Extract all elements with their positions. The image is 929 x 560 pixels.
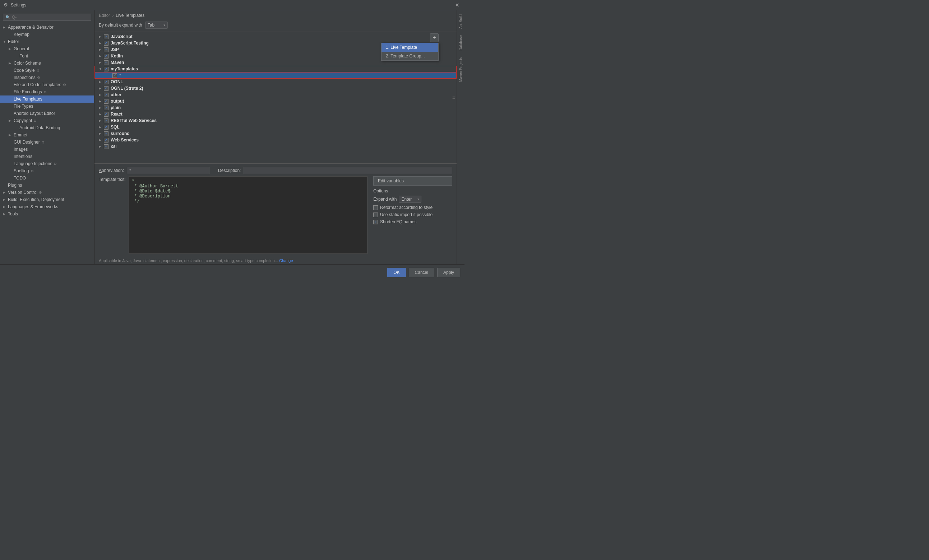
sidebar-item-todo[interactable]: TODO xyxy=(0,174,94,182)
expand-with-select[interactable]: Enter Tab Space xyxy=(399,196,422,203)
kotlin-checkbox[interactable]: ✓ xyxy=(104,54,109,58)
abbreviation-input[interactable] xyxy=(127,167,209,174)
options-panel: Options Expand with Enter Tab Space xyxy=(373,188,452,224)
sidebar-item-livetemplates[interactable]: Live Templates xyxy=(0,95,94,103)
tree-item-other[interactable]: ▶✓other xyxy=(95,92,457,98)
sidebar-item-androiddatabinding[interactable]: Android Data Binding xyxy=(0,124,94,132)
sidebar-item-languages[interactable]: ▶Languages & Frameworks xyxy=(0,203,94,210)
maven-tab[interactable]: Maven Projects xyxy=(458,54,463,85)
sidebar-item-filetypes[interactable]: File Types xyxy=(0,103,94,110)
search-box[interactable]: 🔍 xyxy=(3,14,91,21)
sidebar-item-plugins[interactable]: Plugins xyxy=(0,182,94,189)
database-tab[interactable]: Database xyxy=(458,32,463,54)
change-link[interactable]: Change xyxy=(279,259,293,263)
react-tree-label: React xyxy=(110,112,123,117)
sql-checkbox[interactable]: ✓ xyxy=(104,125,109,130)
general-arrow: ▶ xyxy=(9,47,13,50)
search-input[interactable] xyxy=(12,15,89,20)
sidebar-item-editor[interactable]: ▼Editor xyxy=(0,38,94,45)
webservices-checkbox[interactable]: ✓ xyxy=(104,138,109,142)
sidebar-item-guidesigner[interactable]: GUI Designer⚙ xyxy=(0,139,94,146)
ok-button[interactable]: OK xyxy=(387,268,406,277)
plain-checkbox[interactable]: ✓ xyxy=(104,106,109,110)
sidebar-item-versioncontrol[interactable]: ▶Version Control⚙ xyxy=(0,189,94,196)
xsl-checkbox[interactable]: ✓ xyxy=(104,144,109,149)
jsp-checkbox[interactable]: ✓ xyxy=(104,47,109,52)
tree-item-xsl[interactable]: ▶✓xsl xyxy=(95,143,457,150)
ognl-checkbox[interactable]: ✓ xyxy=(104,80,109,84)
sidebar-item-keymap[interactable]: Keymap xyxy=(0,31,94,38)
javascript-checkbox[interactable]: ✓ xyxy=(104,34,109,39)
restful-checkbox[interactable]: ✓ xyxy=(104,118,109,123)
mytemplates-checkbox[interactable]: ✓ xyxy=(104,67,109,72)
surround-checkbox[interactable]: ✓ xyxy=(104,132,109,136)
sidebar-item-colorscheme[interactable]: ▶Color Scheme xyxy=(0,60,94,67)
staticimport-checkbox-row[interactable]: Use static import if possible xyxy=(373,212,452,217)
add-template-group[interactable]: 2. Template Group... xyxy=(382,52,438,60)
sidebar-item-appearance[interactable]: ▶Appearance & Behavior xyxy=(0,24,94,31)
tree-item-webservices[interactable]: ▶✓Web Services xyxy=(95,137,457,143)
other-tree-label: other xyxy=(110,92,121,97)
ognlstruts-checkbox[interactable]: ✓ xyxy=(104,86,109,91)
sidebar-item-intentions[interactable]: Intentions xyxy=(0,153,94,160)
emmet-arrow: ▶ xyxy=(9,133,13,137)
expand-with-select-wrapper[interactable]: Enter Tab Space xyxy=(399,196,422,203)
output-checkbox[interactable]: ✓ xyxy=(104,99,109,104)
tree-item-star[interactable]: ✓* xyxy=(95,72,457,79)
other-checkbox[interactable]: ✓ xyxy=(104,93,109,97)
reformat-checkbox-row[interactable]: Reformat according to style xyxy=(373,205,452,210)
add-button[interactable]: + xyxy=(430,34,438,42)
languageinjections-badge: ⚙ xyxy=(54,162,57,166)
ant-build-tab[interactable]: Ant Build xyxy=(458,11,463,32)
tree-item-output[interactable]: ▶✓output xyxy=(95,98,457,104)
sidebar-item-images[interactable]: Images xyxy=(0,146,94,153)
javascripttesting-tree-arrow: ▶ xyxy=(99,41,103,45)
sidebar-item-copyright[interactable]: ▶Copyright⚙ xyxy=(0,117,94,124)
description-input[interactable] xyxy=(244,167,452,174)
javascripttesting-checkbox[interactable]: ✓ xyxy=(104,41,109,46)
sidebar-item-fileencodings[interactable]: File Encodings⚙ xyxy=(0,88,94,95)
maven-checkbox[interactable]: ✓ xyxy=(104,60,109,65)
versioncontrol-label: Version Control xyxy=(8,190,37,195)
expand-select-wrapper[interactable]: Tab Enter Space xyxy=(145,21,168,29)
tree-item-ognlstruts[interactable]: ▶✓OGNL (Struts 2) xyxy=(95,85,457,92)
spelling-label: Spelling xyxy=(14,168,29,173)
cancel-button[interactable]: Cancel xyxy=(409,268,434,277)
sidebar-item-tools[interactable]: ▶Tools xyxy=(0,210,94,217)
sidebar-item-codestyle[interactable]: Code Style⚙ xyxy=(0,67,94,74)
expand-with-label: Expand with xyxy=(373,197,397,202)
shorteneq-checkbox[interactable] xyxy=(373,220,378,224)
restful-tree-label: RESTful Web Services xyxy=(110,118,156,123)
staticimport-checkbox[interactable] xyxy=(373,213,378,217)
sidebar-item-spelling[interactable]: Spelling⚙ xyxy=(0,167,94,174)
star-checkbox[interactable]: ✓ xyxy=(112,73,117,78)
sidebar-item-inspections[interactable]: Inspections⚙ xyxy=(0,74,94,81)
sidebar-item-general[interactable]: ▶General xyxy=(0,45,94,52)
reformat-checkbox[interactable] xyxy=(373,205,378,210)
tree-item-restful[interactable]: ▶✓RESTful Web Services xyxy=(95,117,457,124)
tree-item-ognl[interactable]: ▶✓OGNL xyxy=(95,79,457,85)
javascripttesting-tree-label: JavaScript Testing xyxy=(110,41,149,46)
edit-variables-button[interactable]: Edit variables xyxy=(373,176,452,185)
search-icon: 🔍 xyxy=(5,15,11,20)
close-button[interactable]: ✕ xyxy=(453,2,461,9)
sidebar-item-emmet[interactable]: ▶Emmet xyxy=(0,132,94,139)
react-checkbox[interactable]: ✓ xyxy=(104,112,109,117)
apply-button[interactable]: Apply xyxy=(437,268,460,277)
shorteneq-checkbox-row[interactable]: Shorten FQ names xyxy=(373,219,452,224)
tree-item-plain[interactable]: ▶✓plain xyxy=(95,104,457,111)
sidebar-item-font[interactable]: Font xyxy=(0,52,94,60)
tree-item-surround[interactable]: ▶✓surround xyxy=(95,130,457,137)
inspections-label: Inspections xyxy=(14,75,35,80)
sidebar-item-languageinjections[interactable]: Language Injections⚙ xyxy=(0,160,94,167)
expand-select[interactable]: Tab Enter Space xyxy=(145,21,168,29)
tree-item-sql[interactable]: ▶✓SQL xyxy=(95,124,457,130)
sidebar-item-filecodetemplates[interactable]: File and Code Templates⚙ xyxy=(0,81,94,88)
tree-item-javascript[interactable]: ▶✓JavaScript xyxy=(95,34,457,40)
tree-item-react[interactable]: ▶✓React xyxy=(95,111,457,117)
template-text-area[interactable]: * * @Author Barrett * @Date $date$ * @De… xyxy=(129,176,368,254)
sidebar-item-buildexec[interactable]: ▶Build, Execution, Deployment xyxy=(0,196,94,203)
tree-item-mytemplates[interactable]: ▼✓myTemplates xyxy=(95,66,457,72)
sidebar-item-androidlayout[interactable]: Android Layout Editor xyxy=(0,110,94,117)
add-live-template[interactable]: 1. Live Template xyxy=(382,43,438,52)
